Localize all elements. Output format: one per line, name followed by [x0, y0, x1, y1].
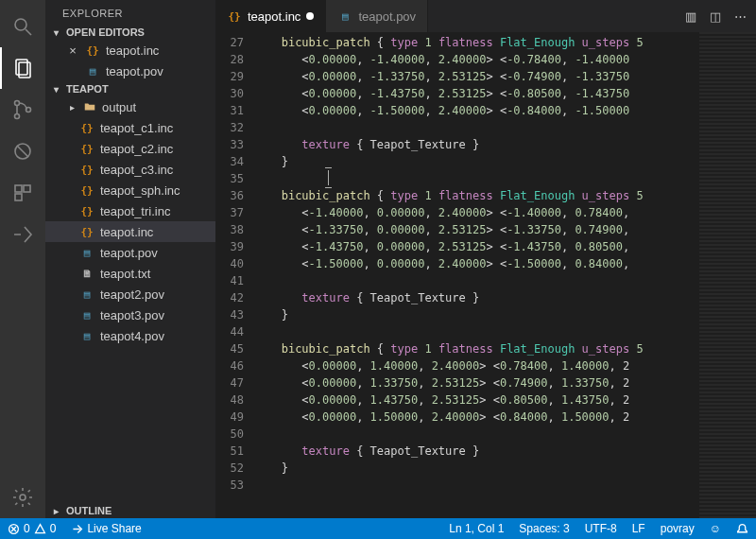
tree-file[interactable]: ▤teapot4.pov	[45, 325, 215, 346]
editor-area: {} teapot.inc ▤ teapot.pov ▥ ◫ ⋯ 2728293…	[215, 0, 756, 518]
tree-file[interactable]: {}teapot_c2.inc	[45, 138, 215, 159]
file-icon: {}	[79, 226, 94, 238]
open-editor-item[interactable]: ▤ teapot.pov	[45, 61, 215, 81]
section-open-editors[interactable]: ▾ OPEN EDITORS	[45, 25, 215, 40]
line-gutter: 2728293031323334353637383940414243444546…	[215, 32, 261, 518]
section-outline[interactable]: ▸ OUTLINE	[45, 503, 215, 518]
more-icon[interactable]: ⋯	[734, 9, 747, 24]
explorer-sidebar: EXPLORER ▾ OPEN EDITORS × {} teapot.inc …	[45, 0, 215, 518]
file-icon: ▤	[79, 288, 94, 301]
file-icon: ▤	[337, 10, 352, 23]
tree-file[interactable]: ▤teapot2.pov	[45, 284, 215, 304]
file-icon: {}	[79, 184, 94, 197]
tree-file[interactable]: {}teapot_tri.inc	[45, 200, 215, 221]
svg-point-12	[20, 495, 26, 500]
open-editors-list: × {} teapot.inc ▤ teapot.pov	[45, 40, 215, 81]
chevron-down-icon: ▾	[49, 84, 62, 95]
section-folder[interactable]: ▾ TEAPOT	[45, 81, 215, 96]
file-icon: 🗎	[79, 268, 94, 280]
tree-file[interactable]: {}teapot_sph.inc	[45, 180, 215, 200]
file-icon: {}	[79, 164, 94, 176]
minimap[interactable]	[699, 32, 756, 518]
editor-body[interactable]: 2728293031323334353637383940414243444546…	[215, 32, 756, 518]
tree-folder[interactable]: ▸ output	[45, 96, 215, 117]
sidebar-title: EXPLORER	[45, 0, 215, 25]
code-content[interactable]: bicubic_patch { type 1 flatness Flat_Eno…	[261, 32, 699, 518]
svg-rect-10	[24, 185, 30, 192]
activity-extensions[interactable]	[0, 172, 45, 214]
activity-settings[interactable]	[0, 477, 45, 518]
svg-rect-9	[15, 185, 22, 192]
file-icon: ▤	[85, 65, 100, 78]
status-bar: 0 0 Live Share Ln 1, Col 1 Spaces: 3 UTF…	[0, 518, 756, 539]
tree-file[interactable]: ▤teapot.pov	[45, 242, 215, 263]
file-icon: {}	[227, 10, 242, 23]
open-editor-item[interactable]: × {} teapot.inc	[45, 40, 215, 61]
tree-file[interactable]: {}teapot_c1.inc	[45, 117, 215, 138]
status-feedback-icon[interactable]: ☺	[702, 518, 729, 539]
svg-point-4	[15, 101, 20, 106]
compare-icon[interactable]: ▥	[685, 9, 696, 24]
file-icon: {}	[79, 205, 94, 217]
svg-point-0	[15, 19, 26, 30]
svg-rect-11	[15, 194, 22, 200]
status-language[interactable]: povray	[653, 518, 702, 539]
tab-teapot-inc[interactable]: {} teapot.inc	[215, 0, 326, 32]
svg-point-5	[15, 114, 20, 119]
status-liveshare[interactable]: Live Share	[63, 518, 148, 539]
status-errors[interactable]: 0 0	[0, 518, 63, 539]
tree-file[interactable]: ▤teapot3.pov	[45, 304, 215, 325]
activity-bar	[0, 0, 45, 518]
activity-debug[interactable]	[0, 130, 45, 172]
folder-icon	[83, 100, 96, 113]
svg-line-8	[17, 146, 28, 157]
editor-tabs: {} teapot.inc ▤ teapot.pov ▥ ◫ ⋯	[215, 0, 756, 32]
folder-tree: ▸ output {}teapot_c1.inc {}teapot_c2.inc…	[45, 96, 215, 346]
file-icon: ▤	[79, 309, 94, 322]
tab-teapot-pov[interactable]: ▤ teapot.pov	[326, 0, 428, 32]
chevron-down-icon: ▾	[49, 27, 62, 38]
status-spaces[interactable]: Spaces: 3	[511, 518, 576, 539]
text-cursor	[328, 170, 329, 185]
file-icon: {}	[79, 143, 94, 155]
svg-line-1	[26, 29, 31, 35]
dirty-dot-icon	[306, 12, 314, 20]
activity-scm[interactable]	[0, 89, 45, 130]
file-icon: ▤	[79, 330, 94, 342]
file-icon: ▤	[79, 247, 94, 259]
file-icon: {}	[85, 44, 100, 57]
tree-file[interactable]: 🗎teapot.txt	[45, 263, 215, 284]
tree-file[interactable]: {}teapot_c3.inc	[45, 159, 215, 180]
status-encoding[interactable]: UTF-8	[577, 518, 625, 539]
chevron-right-icon: ▸	[49, 506, 62, 516]
file-icon: {}	[79, 122, 94, 134]
activity-search[interactable]	[0, 6, 45, 47]
activity-liveshare[interactable]	[0, 214, 45, 255]
status-cursor[interactable]: Ln 1, Col 1	[441, 518, 511, 539]
split-editor-icon[interactable]: ◫	[710, 9, 721, 24]
chevron-right-icon: ▸	[66, 102, 77, 113]
status-eol[interactable]: LF	[625, 518, 653, 539]
close-icon[interactable]: ×	[66, 43, 79, 58]
activity-explorer[interactable]	[0, 47, 45, 89]
status-notifications-icon[interactable]	[729, 518, 756, 539]
tree-file[interactable]: {}teapot.inc	[45, 221, 215, 242]
